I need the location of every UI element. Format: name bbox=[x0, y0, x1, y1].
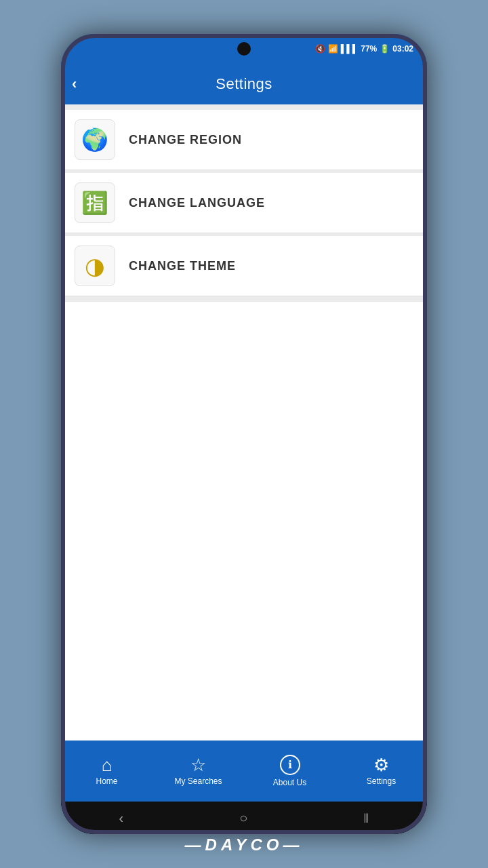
change-theme-label: CHANGE THEME bbox=[129, 259, 236, 273]
home-icon: ⌂ bbox=[102, 756, 113, 774]
camera-notch bbox=[237, 42, 251, 56]
nav-item-my-searches[interactable]: ☆ My Searches bbox=[171, 756, 226, 786]
change-language-label: CHANGE LANGUAGE bbox=[129, 196, 265, 210]
menu-item-change-region[interactable]: 🌍 CHANGE REGION bbox=[61, 110, 427, 170]
time-display: 03:02 bbox=[392, 44, 413, 54]
nav-item-home[interactable]: ⌂ Home bbox=[80, 756, 134, 786]
phone-frame: 🔇 📶 ▌▌▌ 77% 🔋 03:02 ‹ Settings 🌍 CHANGE … bbox=[61, 34, 427, 834]
status-bar: 🔇 📶 ▌▌▌ 77% 🔋 03:02 bbox=[61, 34, 427, 64]
globe-icon: 🌍 bbox=[81, 127, 108, 153]
nav-about-label: About Us bbox=[273, 778, 306, 787]
nav-settings-label: Settings bbox=[367, 776, 396, 786]
content-wrapper: 🌍 CHANGE REGION 🈯 CHANGE LANGUAGE ◑ CHAN… bbox=[61, 104, 427, 741]
nav-item-about-us[interactable]: ℹ About Us bbox=[263, 755, 317, 787]
my-searches-icon: ☆ bbox=[190, 756, 206, 774]
dayco-brand: —DAYCO— bbox=[185, 835, 304, 854]
bottom-nav: ⌂ Home ☆ My Searches ℹ About Us ⚙ Settin… bbox=[61, 741, 427, 802]
page-title: Settings bbox=[216, 75, 272, 93]
nav-searches-label: My Searches bbox=[174, 776, 222, 786]
change-region-label: CHANGE REGION bbox=[129, 133, 242, 147]
settings-list: 🌍 CHANGE REGION 🈯 CHANGE LANGUAGE ◑ CHAN… bbox=[61, 104, 427, 302]
status-icons: 🔇 📶 ▌▌▌ 77% 🔋 03:02 bbox=[315, 44, 413, 54]
change-region-icon-box: 🌍 bbox=[75, 119, 115, 160]
back-system-button[interactable]: ‹ bbox=[119, 810, 124, 826]
menu-item-change-language[interactable]: 🈯 CHANGE LANGUAGE bbox=[61, 173, 427, 233]
home-system-button[interactable]: ○ bbox=[239, 810, 247, 826]
nav-home-label: Home bbox=[96, 776, 117, 786]
nav-item-settings[interactable]: ⚙ Settings bbox=[354, 756, 409, 786]
wifi-icon: 📶 bbox=[328, 44, 338, 54]
theme-icon: ◑ bbox=[85, 252, 105, 279]
app-header: ‹ Settings bbox=[61, 64, 427, 104]
battery-icon: 🔋 bbox=[380, 44, 390, 54]
back-button[interactable]: ‹ bbox=[72, 75, 77, 93]
about-us-icon: ℹ bbox=[280, 755, 300, 775]
system-nav-bar: ‹ ○ ⦀ bbox=[61, 802, 427, 834]
settings-icon: ⚙ bbox=[373, 756, 389, 774]
change-language-icon-box: 🈯 bbox=[75, 182, 115, 223]
empty-content-area bbox=[61, 302, 427, 741]
mute-icon: 🔇 bbox=[315, 44, 325, 54]
battery-text: 77% bbox=[361, 44, 377, 54]
menu-item-change-theme[interactable]: ◑ CHANGE THEME bbox=[61, 236, 427, 296]
signal-icon: ▌▌▌ bbox=[341, 44, 359, 54]
recents-system-button[interactable]: ⦀ bbox=[363, 810, 369, 826]
language-icon: 🈯 bbox=[81, 190, 108, 216]
change-theme-icon-box: ◑ bbox=[75, 245, 115, 286]
